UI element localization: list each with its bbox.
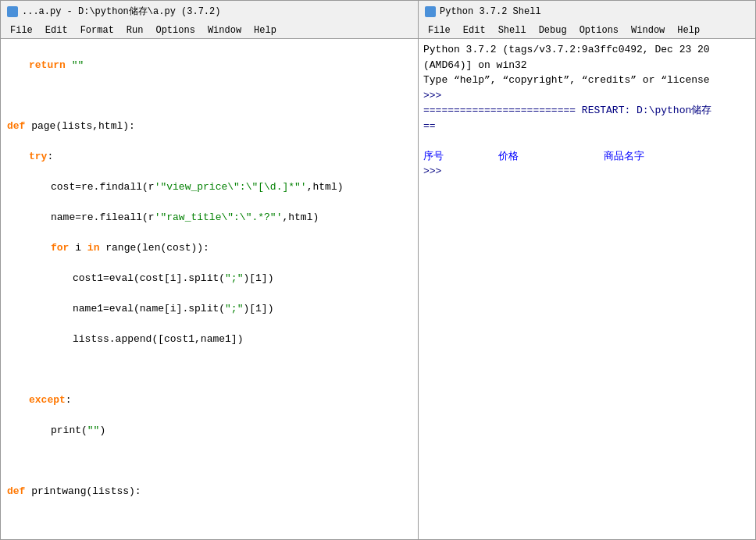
shell-prompt-2: >>>	[423, 165, 441, 177]
menu-help-right[interactable]: Help	[671, 23, 706, 37]
right-title-text: Python 3.7.2 Shell	[440, 6, 541, 17]
menu-run-left[interactable]: Run	[120, 23, 150, 37]
right-menu-bar: File Edit Shell Debug Options Window Hel…	[419, 22, 756, 39]
shell-blank	[423, 135, 430, 147]
shell-line-1: Python 3.7.2 (tags/v3.7.2:9a3ffc0492, De…	[423, 44, 710, 55]
menu-options-left[interactable]: Options	[149, 23, 201, 37]
right-title-bar: Python 3.7.2 Shell	[419, 0, 756, 22]
menu-file-right[interactable]: File	[422, 23, 457, 37]
menu-debug-right[interactable]: Debug	[533, 23, 573, 37]
shell-table-header: 序号 价格 商品名字	[423, 151, 644, 162]
menu-options-right[interactable]: Options	[573, 23, 625, 37]
code-editor[interactable]: return "" def page(lists,html): try: cos…	[0, 39, 419, 540]
shell-output[interactable]: Python 3.7.2 (tags/v3.7.2:9a3ffc0492, De…	[419, 39, 756, 540]
menu-shell-right[interactable]: Shell	[492, 23, 533, 37]
shell-restart-line: ========================= RESTART: D:\py…	[423, 105, 711, 116]
left-window-icon	[7, 6, 18, 17]
menu-window-left[interactable]: Window	[201, 23, 248, 37]
shell-line-2: (AMD64)] on win32	[423, 59, 527, 71]
right-window-icon	[425, 6, 436, 17]
left-title-text: ...a.py - D:\python储存\a.py (3.7.2)	[22, 5, 220, 18]
left-title-bar: ...a.py - D:\python储存\a.py (3.7.2)	[0, 0, 419, 22]
left-menu-bar: File Edit Format Run Options Window Help	[0, 22, 419, 39]
shell-restart-line2: ==	[423, 120, 436, 132]
menu-window-right[interactable]: Window	[625, 23, 671, 37]
main-content: return "" def page(lists,html): try: cos…	[0, 39, 756, 540]
menu-format-left[interactable]: Format	[74, 23, 120, 37]
shell-line-3: Type “help”, “copyright”, “credits” or “…	[423, 74, 710, 86]
menu-edit-left[interactable]: Edit	[39, 23, 74, 37]
menu-file-left[interactable]: File	[4, 23, 39, 37]
menu-edit-right[interactable]: Edit	[457, 23, 492, 37]
shell-prompt-1: >>>	[423, 90, 441, 101]
menu-help-left[interactable]: Help	[248, 23, 283, 37]
